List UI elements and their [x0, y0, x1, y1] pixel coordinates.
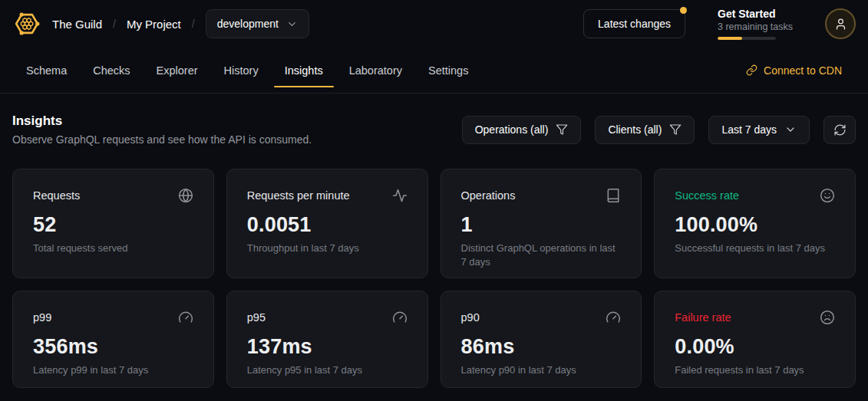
- breadcrumb-org[interactable]: The Guild: [52, 18, 102, 31]
- book-icon: [606, 188, 621, 203]
- refresh-icon: [833, 123, 847, 136]
- requests-card: Requests 52 Total requests served: [12, 169, 214, 278]
- activity-icon: [392, 188, 408, 203]
- user-icon: [834, 18, 847, 31]
- card-description: Latency p90 in last 7 days: [461, 363, 622, 377]
- tab-checks[interactable]: Checks: [93, 48, 130, 93]
- card-value: 52: [33, 213, 193, 237]
- card-value: 0.00%: [675, 335, 835, 359]
- header: The Guild / My Project / development Lat…: [0, 0, 868, 48]
- card-title: p95: [247, 311, 266, 324]
- card-title: Failure rate: [675, 311, 731, 324]
- refresh-button[interactable]: [823, 116, 856, 144]
- get-started-progress-track: [718, 37, 776, 40]
- page-subtitle: Observe GraphQL requests and see how the…: [12, 133, 312, 146]
- date-range-label: Last 7 days: [721, 123, 777, 136]
- target-selector-value: development: [217, 18, 279, 30]
- latest-changes-button[interactable]: Latest changes: [583, 9, 685, 38]
- connect-to-cdn-label: Connect to CDN: [764, 64, 842, 77]
- failure-rate-card: Failure rate 0.00% Failed requests in la…: [654, 291, 856, 388]
- stats-grid: Requests 52 Total requests served Reques…: [12, 169, 856, 388]
- card-description: Latency p95 in last 7 days: [247, 363, 408, 377]
- smile-icon: [820, 188, 835, 203]
- tab-schema[interactable]: Schema: [26, 48, 67, 93]
- clients-filter-button[interactable]: Clients (all): [595, 116, 695, 144]
- card-title: Operations: [461, 189, 516, 202]
- card-title: p99: [33, 311, 51, 324]
- card-description: Throughput in last 7 days: [247, 242, 408, 255]
- card-value: 0.0051: [247, 213, 408, 237]
- operations-card: Operations 1 Distinct GraphQL operations…: [441, 169, 642, 278]
- page-title: Insights: [12, 113, 312, 129]
- card-description: Latency p99 in last 7 days: [33, 363, 193, 377]
- card-value: 137ms: [247, 335, 408, 359]
- user-menu-button[interactable]: [825, 8, 856, 39]
- card-value: 356ms: [33, 335, 193, 359]
- tab-history[interactable]: History: [224, 48, 259, 93]
- card-title: Requests per minute: [247, 189, 350, 202]
- chevron-down-icon: [286, 18, 298, 30]
- get-started-title: Get Started: [718, 8, 793, 20]
- filter-icon: [669, 123, 682, 136]
- card-title: p90: [461, 311, 480, 324]
- p95-card: p95 137ms Latency p95 in last 7 days: [226, 291, 428, 388]
- nav-tabs: Schema Checks Explorer History Insights …: [0, 48, 868, 94]
- gauge-icon: [606, 310, 621, 325]
- connect-to-cdn-link[interactable]: Connect to CDN: [746, 64, 842, 77]
- link-icon: [746, 64, 757, 76]
- operations-filter-button[interactable]: Operations (all): [462, 116, 582, 144]
- breadcrumb-project[interactable]: My Project: [127, 18, 181, 31]
- clients-filter-label: Clients (all): [608, 123, 662, 136]
- progress-fill: [718, 37, 742, 40]
- gauge-icon: [392, 310, 408, 325]
- card-description: Successful requests in last 7 days: [675, 242, 835, 255]
- target-selector-dropdown[interactable]: development: [206, 9, 309, 38]
- date-range-dropdown[interactable]: Last 7 days: [708, 116, 810, 144]
- success-rate-card: Success rate 100.00% Successful requests…: [654, 169, 856, 278]
- chevron-down-icon: [784, 123, 797, 136]
- header-right: Latest changes Get Started 3 remaining t…: [583, 8, 856, 40]
- hive-logo-icon[interactable]: [12, 9, 41, 38]
- p99-card: p99 356ms Latency p99 in last 7 days: [12, 291, 214, 388]
- card-value: 86ms: [461, 335, 622, 359]
- page-heading: Insights Observe GraphQL requests and se…: [12, 113, 312, 146]
- filters-toolbar: Operations (all) Clients (all) Last 7 da…: [462, 116, 856, 144]
- filter-icon: [556, 123, 568, 136]
- card-value: 1: [461, 213, 622, 237]
- requests-per-minute-card: Requests per minute 0.0051 Throughput in…: [226, 169, 428, 278]
- breadcrumb-separator: /: [113, 18, 116, 30]
- tab-settings[interactable]: Settings: [428, 48, 468, 93]
- card-title: Success rate: [675, 189, 739, 202]
- latest-changes-label: Latest changes: [598, 18, 671, 30]
- operations-filter-label: Operations (all): [475, 123, 549, 136]
- card-value: 100.00%: [675, 213, 835, 237]
- get-started-subtitle: 3 remaining tasks: [718, 21, 793, 32]
- tab-insights[interactable]: Insights: [285, 48, 323, 93]
- globe-icon: [178, 188, 193, 203]
- card-description: Total requests served: [33, 242, 193, 255]
- tab-laboratory[interactable]: Laboratory: [349, 48, 402, 93]
- frown-icon: [820, 310, 835, 325]
- card-description: Failed requests in last 7 days: [675, 363, 835, 377]
- p90-card: p90 86ms Latency p90 in last 7 days: [441, 291, 642, 388]
- notification-dot: [680, 7, 687, 14]
- card-title: Requests: [33, 189, 80, 202]
- tab-explorer[interactable]: Explorer: [157, 48, 198, 93]
- get-started-widget[interactable]: Get Started 3 remaining tasks: [718, 8, 793, 40]
- breadcrumb-separator: /: [192, 18, 195, 30]
- gauge-icon: [178, 310, 193, 325]
- main-content: Insights Observe GraphQL requests and se…: [0, 94, 868, 388]
- card-description: Distinct GraphQL operations in last 7 da…: [461, 242, 622, 268]
